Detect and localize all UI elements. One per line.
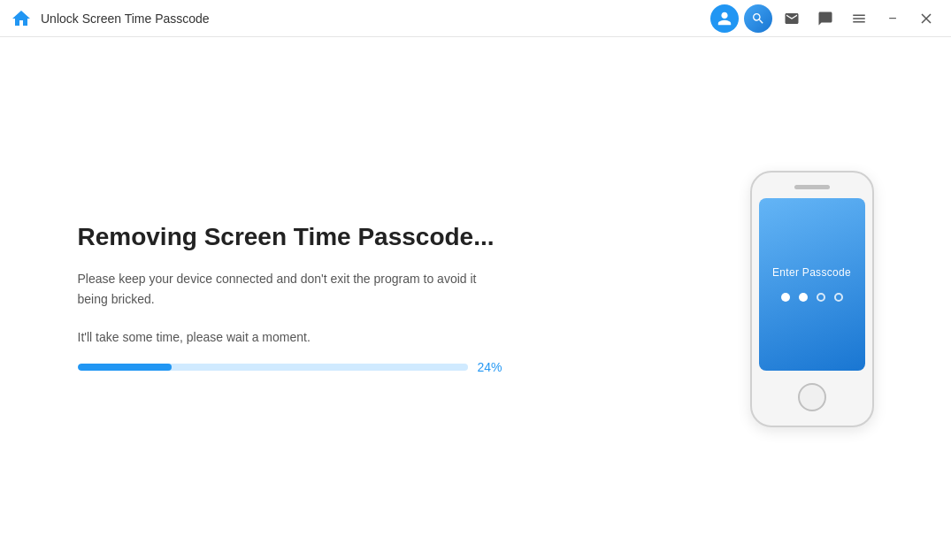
passcode-dots — [781, 293, 843, 302]
content-wrapper: Removing Screen Time Passcode... Please … — [78, 171, 874, 427]
description: Please keep your device connected and do… — [78, 269, 502, 309]
phone-illustration: Enter Passcode — [750, 171, 874, 427]
description-line2: being bricked. — [78, 292, 155, 306]
dot-1 — [781, 293, 790, 302]
mail-button[interactable] — [778, 4, 806, 33]
window-title: Unlock Screen Time Passcode — [41, 12, 710, 26]
dot-3 — [817, 293, 825, 302]
progress-container: 24% — [78, 360, 502, 374]
dot-2 — [799, 293, 808, 302]
chat-button[interactable] — [811, 4, 840, 33]
phone-outer: Enter Passcode — [750, 171, 874, 427]
titlebar-actions: − — [710, 4, 940, 33]
phone-home-button — [798, 383, 826, 411]
progress-fill — [78, 364, 172, 371]
text-section: Removing Screen Time Passcode... Please … — [78, 223, 502, 374]
wait-message: It'll take some time, please wait a mome… — [78, 330, 502, 344]
dot-4 — [834, 293, 843, 302]
minimize-button[interactable]: − — [878, 4, 907, 33]
description-line1: Please keep your device connected and do… — [78, 272, 477, 286]
user-icon[interactable] — [710, 4, 739, 33]
main-heading: Removing Screen Time Passcode... — [78, 223, 502, 251]
close-button[interactable] — [912, 4, 940, 33]
titlebar: Unlock Screen Time Passcode — [0, 0, 951, 37]
screen-passcode-label: Enter Passcode — [772, 266, 851, 279]
progress-percent: 24% — [477, 360, 502, 374]
phone-screen: Enter Passcode — [759, 198, 865, 371]
menu-button[interactable] — [845, 4, 873, 33]
main-content: Removing Screen Time Passcode... Please … — [0, 37, 951, 560]
phone-speaker — [794, 185, 830, 189]
home-icon[interactable] — [11, 8, 32, 29]
progress-track — [78, 364, 469, 371]
search-icon[interactable] — [744, 4, 772, 33]
